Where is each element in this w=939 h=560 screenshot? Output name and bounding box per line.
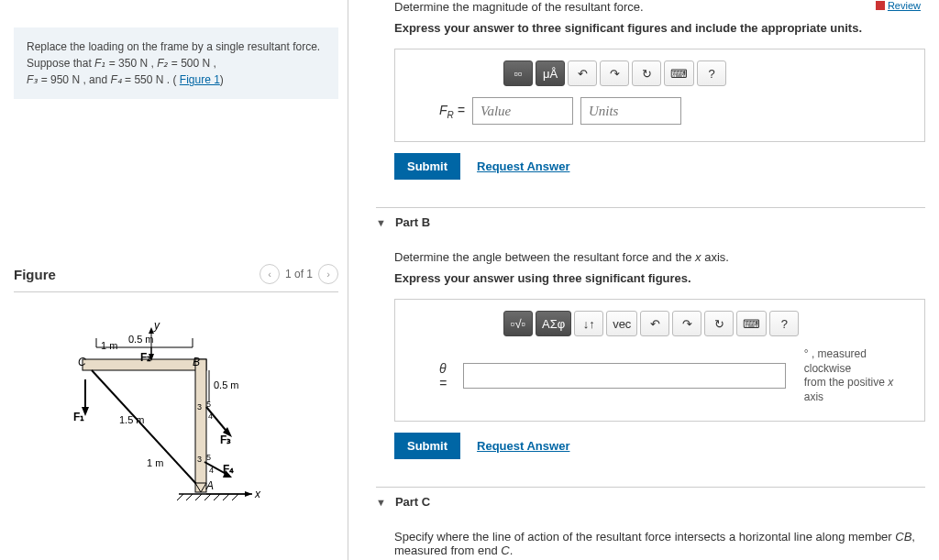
request-answer-link[interactable]: Request Answer — [477, 159, 569, 173]
svg-text:4: 4 — [208, 412, 213, 421]
svg-line-14 — [195, 494, 202, 500]
keyboard-icon[interactable]: ⌨ — [736, 311, 767, 336]
part-a-instruction: Express your answer to three significant… — [394, 21, 925, 35]
help-button[interactable]: ? — [697, 60, 726, 86]
svg-text:3: 3 — [197, 402, 202, 412]
svg-text:0.5 m: 0.5 m — [128, 334, 154, 345]
undo-icon[interactable]: ↶ — [640, 311, 669, 336]
svg-text:4: 4 — [209, 466, 214, 475]
undo-icon[interactable]: ↶ — [568, 60, 597, 86]
template-button[interactable]: ▫√▫ — [503, 311, 533, 336]
help-button[interactable]: ? — [769, 311, 799, 336]
part-b-title: Part B — [395, 215, 430, 229]
value-input[interactable] — [472, 97, 573, 125]
svg-line-10 — [92, 370, 197, 485]
svg-line-13 — [186, 494, 193, 500]
chevron-down-icon: ▼ — [376, 497, 386, 508]
figure-prev-button[interactable]: ‹ — [260, 264, 280, 284]
part-b-answer-box: ▫√▫ ΑΣφ ↓↑ vec ↶ ↷ ↻ ⌨ ? θ = ° , measure… — [394, 299, 925, 422]
part-b-toolbar: ▫√▫ ΑΣφ ↓↑ vec ↶ ↷ ↻ ⌨ ? — [503, 311, 908, 336]
part-a-answer-box: ▫▫ μÅ ↶ ↷ ↻ ⌨ ? FR = — [394, 49, 925, 142]
svg-line-17 — [223, 494, 229, 500]
part-c-title: Part C — [395, 495, 430, 509]
part-b-input-row: θ = ° , measured clockwisefrom the posit… — [439, 347, 908, 404]
submit-button[interactable]: Submit — [394, 153, 460, 180]
svg-text:B: B — [193, 356, 200, 368]
svg-text:C: C — [78, 356, 86, 368]
figure-counter: 1 of 1 — [285, 268, 313, 280]
part-b-submit-row: Submit Request Answer — [394, 433, 925, 459]
left-panel: Replace the loading on the frame by a si… — [0, 0, 348, 560]
svg-text:F₄: F₄ — [223, 463, 234, 476]
redo-icon[interactable]: ↷ — [600, 60, 629, 86]
svg-text:F₂: F₂ — [140, 351, 151, 364]
template-button[interactable]: ▫▫ — [503, 60, 533, 86]
svg-text:A: A — [205, 479, 214, 492]
part-a-toolbar: ▫▫ μÅ ↶ ↷ ↻ ⌨ ? — [503, 60, 908, 86]
svg-text:F₁: F₁ — [73, 411, 84, 423]
vec-button[interactable]: vec — [606, 311, 637, 336]
svg-text:0.5 m: 0.5 m — [214, 379, 239, 390]
svg-text:5: 5 — [206, 453, 211, 462]
svg-text:x: x — [254, 488, 261, 500]
svg-line-18 — [232, 494, 238, 500]
svg-text:y: y — [153, 319, 160, 332]
reset-icon[interactable]: ↻ — [632, 60, 661, 86]
part-a-submit-row: Submit Request Answer — [394, 153, 925, 180]
problem-statement: Replace the loading on the frame by a si… — [14, 27, 338, 99]
figure-link[interactable]: Figure 1 — [180, 73, 220, 86]
part-b-header[interactable]: ▼ Part B — [376, 207, 925, 236]
arrows-icon[interactable]: ↓↑ — [574, 311, 603, 336]
svg-line-12 — [177, 494, 183, 500]
request-answer-link[interactable]: Request Answer — [477, 439, 569, 453]
svg-rect-9 — [195, 359, 206, 492]
review-link[interactable]: Review — [876, 0, 921, 11]
frame-diagram: y 0.5 m 1 m C F₂ B 0.5 m F₁ — [41, 315, 271, 517]
flag-icon — [876, 1, 885, 10]
part-c-section: Specify where the line of action of the … — [376, 530, 925, 560]
chevron-down-icon: ▼ — [376, 217, 386, 228]
greek-button[interactable]: ΑΣφ — [536, 311, 571, 336]
redo-icon[interactable]: ↷ — [672, 311, 701, 336]
svg-line-16 — [214, 494, 220, 500]
svg-text:1 m: 1 m — [147, 457, 163, 468]
fr-label: FR = — [439, 103, 465, 120]
part-b-instruction: Express your answer using three signific… — [394, 271, 925, 285]
part-a-question: Determine the magnitude of the resultant… — [394, 0, 925, 14]
part-c-header[interactable]: ▼ Part C — [376, 487, 925, 516]
reset-icon[interactable]: ↻ — [704, 311, 734, 336]
figure-title: Figure — [14, 267, 56, 282]
submit-button[interactable]: Submit — [394, 433, 460, 459]
theta-label: θ = — [439, 361, 456, 390]
units-input[interactable] — [580, 97, 681, 125]
svg-text:1.5 m: 1.5 m — [119, 414, 145, 425]
svg-text:F₃: F₃ — [220, 434, 231, 446]
part-c-question: Specify where the line of action of the … — [394, 530, 925, 557]
part-a-input-row: FR = — [439, 97, 908, 125]
part-b-question: Determine the angle between the resultan… — [394, 250, 925, 264]
svg-text:5: 5 — [206, 400, 211, 409]
svg-marker-43 — [245, 491, 252, 497]
theta-input[interactable] — [463, 363, 786, 389]
right-panel: Review Determine the magnitude of the re… — [348, 0, 939, 560]
svg-text:3: 3 — [197, 455, 202, 464]
part-b-section: Determine the angle between the resultan… — [376, 250, 925, 468]
figure-nav: ‹ 1 of 1 › — [260, 264, 338, 284]
part-a-section: Determine the magnitude of the resultant… — [376, 0, 925, 189]
svg-line-15 — [204, 494, 211, 500]
units-button[interactable]: μÅ — [536, 60, 565, 86]
keyboard-icon[interactable]: ⌨ — [664, 60, 694, 86]
theta-hint: ° , measured clockwisefrom the positive … — [804, 347, 908, 404]
figure-header: Figure ‹ 1 of 1 › — [14, 264, 338, 292]
svg-text:1 m: 1 m — [101, 340, 117, 351]
figure-next-button[interactable]: › — [318, 264, 338, 284]
